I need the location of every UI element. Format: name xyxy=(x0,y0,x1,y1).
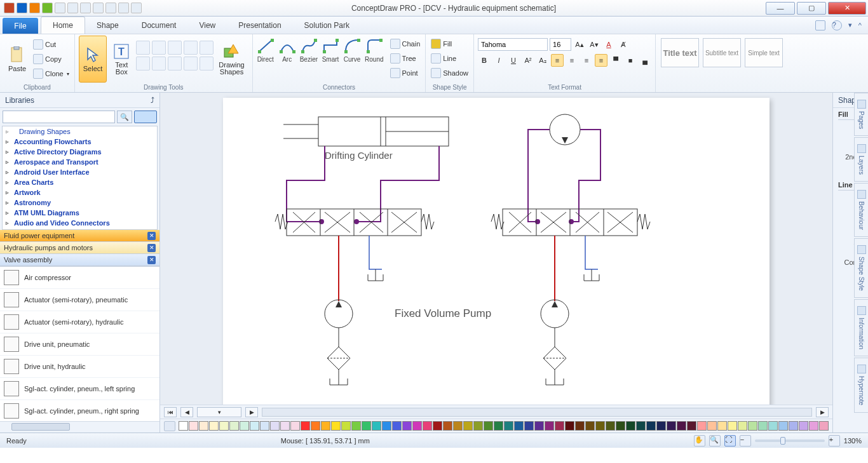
palette-color[interactable] xyxy=(677,421,686,431)
hscrollbar[interactable] xyxy=(262,408,812,417)
palette-color[interactable] xyxy=(301,421,310,431)
shape-item[interactable]: Actuator (semi-rotary), hydraulic xyxy=(0,311,159,333)
qat-btn[interactable] xyxy=(80,3,91,13)
bold[interactable]: B xyxy=(478,54,491,67)
palette-tool[interactable] xyxy=(164,421,175,431)
palette-color[interactable] xyxy=(545,421,554,431)
sidetab-shapestyle[interactable]: Shape Style xyxy=(854,238,868,298)
page-prev[interactable]: ◀ xyxy=(180,407,193,417)
palette-color[interactable] xyxy=(748,421,757,431)
palette-color[interactable] xyxy=(738,421,747,431)
palette-color[interactable] xyxy=(707,421,717,431)
copy-button[interactable]: Copy xyxy=(32,52,71,66)
palette-color[interactable] xyxy=(606,421,615,431)
palette-color[interactable] xyxy=(402,421,412,431)
connector-smart[interactable]: Smart xyxy=(322,37,339,83)
qat-btn[interactable] xyxy=(118,3,129,13)
style-title[interactable]: Title text xyxy=(661,38,699,67)
minimize-button[interactable]: — xyxy=(766,2,795,15)
palette-color[interactable] xyxy=(778,421,788,431)
tool-btn[interactable] xyxy=(168,41,182,55)
palette-color[interactable] xyxy=(311,421,320,431)
palette-color[interactable] xyxy=(717,421,727,431)
tree-item[interactable]: Active Directory Diagrams xyxy=(3,147,157,157)
page-first[interactable]: ⏮ xyxy=(164,407,177,417)
tool-btn[interactable] xyxy=(136,41,150,55)
palette-color[interactable] xyxy=(799,421,808,431)
collapse-ribbon-icon[interactable]: ^ xyxy=(858,22,862,29)
qat-btn[interactable] xyxy=(55,3,65,13)
connector-bezier[interactable]: Bezier xyxy=(300,37,318,83)
cut-button[interactable]: Cut xyxy=(32,37,71,51)
shadow-button[interactable]: Shadow xyxy=(430,66,470,80)
palette-color[interactable] xyxy=(646,421,656,431)
palette-color[interactable] xyxy=(565,421,574,431)
lib-category-active[interactable]: Fluid power equipment✕ xyxy=(0,230,159,242)
tree-item[interactable]: Aerospace and Transport xyxy=(3,157,157,167)
increase-font[interactable]: A▴ xyxy=(573,38,586,51)
palette-color[interactable] xyxy=(280,421,290,431)
palette-color[interactable] xyxy=(809,421,818,431)
font-color[interactable]: A xyxy=(602,38,615,51)
palette-color[interactable] xyxy=(514,421,524,431)
connector-curve[interactable]: Curve xyxy=(343,37,361,83)
close-icon[interactable]: ✕ xyxy=(147,256,156,264)
tree-button[interactable]: Tree xyxy=(389,51,422,65)
chain-button[interactable]: Chain xyxy=(389,37,422,51)
qat-btn[interactable] xyxy=(29,3,40,13)
palette-color[interactable] xyxy=(341,421,351,431)
shape-item[interactable]: Drive unit, hydraulic xyxy=(0,356,159,378)
superscript[interactable]: A² xyxy=(522,54,534,67)
valign-top[interactable]: ▀ xyxy=(609,54,622,67)
fill-button[interactable]: Fill xyxy=(430,37,470,51)
tab-presentation[interactable]: Presentation xyxy=(227,17,292,34)
palette-color[interactable] xyxy=(626,421,635,431)
palette-color[interactable] xyxy=(463,421,473,431)
palette-color[interactable] xyxy=(189,421,198,431)
palette-color[interactable] xyxy=(229,421,239,431)
align-center[interactable]: ≡ xyxy=(566,54,578,67)
palette-color[interactable] xyxy=(270,421,280,431)
tab-shape[interactable]: Shape xyxy=(85,17,130,34)
qat-btn[interactable] xyxy=(93,3,104,13)
palette-color[interactable] xyxy=(240,421,249,431)
chevron-down-icon[interactable]: ▾ xyxy=(848,21,852,29)
options-icon[interactable] xyxy=(815,20,825,30)
palette-color[interactable] xyxy=(687,421,696,431)
tab-solution-park[interactable]: Solution Park xyxy=(293,17,361,34)
qat-btn[interactable] xyxy=(131,3,142,13)
palette-color[interactable] xyxy=(412,421,422,431)
palette-color[interactable] xyxy=(179,421,188,431)
tab-view[interactable]: View xyxy=(187,17,227,34)
tree-item[interactable]: Drawing Shapes xyxy=(3,126,157,137)
shape-item[interactable]: Sgl-act. cylinder, pneum., right spring xyxy=(0,400,159,421)
lib-category[interactable]: Hydraulic pumps and motors✕ xyxy=(0,242,159,254)
palette-color[interactable] xyxy=(321,421,330,431)
palette-color[interactable] xyxy=(789,421,798,431)
fit-tool[interactable]: ⛶ xyxy=(724,435,736,446)
tree-item[interactable]: Accounting Flowcharts xyxy=(3,137,157,147)
palette-color[interactable] xyxy=(534,421,544,431)
tree-item[interactable]: Audio and Video Connectors xyxy=(3,218,157,228)
style-subtitle[interactable]: Subtitle text xyxy=(703,38,741,67)
tool-btn[interactable] xyxy=(152,57,166,70)
palette-color[interactable] xyxy=(616,421,625,431)
size-select[interactable] xyxy=(550,38,571,51)
hand-tool[interactable]: ✋ xyxy=(694,435,705,446)
palette-color[interactable] xyxy=(819,421,829,431)
pin-icon[interactable]: ⤴ xyxy=(151,96,154,105)
library-search-input[interactable] xyxy=(3,111,115,123)
font-select[interactable] xyxy=(478,38,548,51)
palette-color[interactable] xyxy=(636,421,646,431)
tree-item[interactable]: Area Charts xyxy=(3,177,157,187)
textbox-button[interactable]: T Text Box xyxy=(108,36,135,83)
sidetab-hypernote[interactable]: Hypernote xyxy=(854,358,868,412)
tool-btn[interactable] xyxy=(184,57,198,70)
sidetab-pages[interactable]: Pages xyxy=(854,93,868,136)
palette-color[interactable] xyxy=(453,421,463,431)
file-menu[interactable]: File xyxy=(3,18,38,34)
palette-color[interactable] xyxy=(392,421,402,431)
sidetab-behaviour[interactable]: Behaviour xyxy=(854,183,868,237)
palette-color[interactable] xyxy=(209,421,219,431)
align-right[interactable]: ≡ xyxy=(580,54,593,67)
